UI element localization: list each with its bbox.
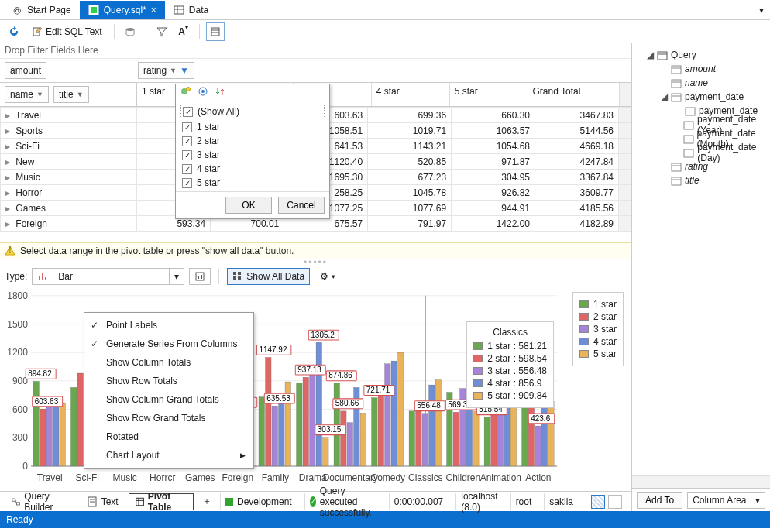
- format-button[interactable]: A▾: [174, 22, 193, 41]
- tab-text[interactable]: Text: [80, 493, 125, 510]
- scrollbar-track[interactable]: [619, 123, 631, 139]
- row-label[interactable]: ▸ Games: [1, 201, 137, 216]
- filter-item[interactable]: ✓4 star: [176, 162, 329, 176]
- column-field-rating[interactable]: rating ▼ ▼: [138, 62, 194, 79]
- filter-field-drop-area[interactable]: Drop Filter Fields Here: [0, 43, 631, 59]
- cell[interactable]: 1054.68: [452, 139, 535, 154]
- col-header[interactable]: 4 star: [371, 83, 449, 106]
- add-tab-button[interactable]: ＋: [197, 493, 217, 510]
- filter-item-show-all[interactable]: ✓(Show All): [180, 105, 325, 118]
- scrollbar-track[interactable]: [619, 201, 631, 216]
- tree-node-title[interactable]: title: [635, 173, 767, 187]
- ok-button[interactable]: OK: [225, 197, 272, 214]
- filter-item[interactable]: ✓5 star: [176, 176, 329, 190]
- scrollbar-track[interactable]: [619, 108, 631, 123]
- menu-point-labels[interactable]: ✓Point Labels: [84, 316, 253, 335]
- cell[interactable]: 3367.84: [535, 170, 619, 185]
- cancel-button[interactable]: Cancel: [278, 197, 325, 214]
- filter-new-icon[interactable]: [180, 86, 191, 99]
- tab-query-sql[interactable]: Query.sql* ×: [80, 1, 165, 19]
- add-to-button[interactable]: Add To: [637, 492, 682, 509]
- menu-chart-layout[interactable]: Chart Layout▶: [84, 446, 253, 465]
- menu-generate-series[interactable]: ✓Generate Series From Columns: [84, 335, 253, 353]
- add-to-area-select[interactable]: Column Area▾: [687, 492, 765, 509]
- filter-item[interactable]: ✓1 star: [176, 120, 329, 134]
- svg-rect-172: [658, 52, 667, 60]
- scrollbar-track[interactable]: [619, 154, 631, 170]
- cell[interactable]: 1045.78: [368, 185, 452, 201]
- filter-sort-icon[interactable]: [215, 86, 225, 99]
- cell[interactable]: 944.91: [452, 201, 535, 216]
- tree-node-amount[interactable]: amount: [635, 62, 767, 76]
- filter-item[interactable]: ✓2 star: [176, 134, 329, 148]
- row-label[interactable]: ▸ Sci-Fi: [1, 139, 137, 154]
- scrollbar-track[interactable]: [619, 216, 631, 232]
- chart-wizard-button[interactable]: [189, 268, 211, 285]
- svg-rect-75: [279, 400, 285, 466]
- menu-show-row-totals[interactable]: Show Row Totals: [84, 372, 253, 390]
- tab-query-builder[interactable]: Query Builder: [5, 493, 77, 510]
- chart-type-select[interactable]: Bar ▾: [32, 268, 184, 285]
- show-all-data-button[interactable]: Show All Data: [227, 268, 310, 285]
- cell[interactable]: 3467.83: [535, 108, 619, 123]
- menu-show-col-grand-totals[interactable]: Show Column Grand Totals: [84, 390, 253, 409]
- cell[interactable]: 677.23: [368, 170, 452, 185]
- cell[interactable]: 4669.18: [535, 139, 619, 154]
- layout-button[interactable]: [206, 22, 225, 41]
- view-mode-a-button[interactable]: [591, 495, 605, 509]
- cell[interactable]: 1422.00: [452, 216, 535, 232]
- cell[interactable]: 926.82: [452, 185, 535, 201]
- filter-item[interactable]: ✓3 star: [176, 148, 329, 162]
- cell[interactable]: 1143.21: [368, 139, 452, 154]
- menu-show-col-totals[interactable]: Show Column Totals: [84, 353, 253, 372]
- col-header-grand-total[interactable]: Grand Total: [528, 83, 619, 106]
- cell[interactable]: 4185.56: [535, 201, 619, 216]
- data-source-button[interactable]: [121, 22, 139, 41]
- tree-node-query[interactable]: ◢Query: [635, 48, 767, 62]
- cell[interactable]: 1077.69: [368, 201, 452, 216]
- tree-node-name[interactable]: name: [635, 76, 767, 90]
- tab-pivot-table[interactable]: Pivot Table: [129, 493, 194, 510]
- cell[interactable]: 660.30: [452, 108, 535, 123]
- edit-sql-text-button[interactable]: Edit SQL Text: [26, 22, 108, 41]
- cell[interactable]: 4182.89: [535, 216, 619, 232]
- cell[interactable]: 1019.71: [368, 123, 452, 139]
- scrollbar-track[interactable]: [619, 139, 631, 154]
- row-label[interactable]: ▸ New: [1, 154, 137, 170]
- cell[interactable]: 5144.56: [535, 123, 619, 139]
- splitter[interactable]: •••••: [0, 259, 631, 266]
- view-mode-b-button[interactable]: [608, 495, 622, 509]
- row-field-title[interactable]: title▼: [53, 86, 89, 103]
- tab-data[interactable]: Data: [165, 1, 217, 19]
- row-label[interactable]: ▸ Sports: [1, 123, 137, 139]
- tree-node-pd-day[interactable]: payment_date (Day): [635, 146, 767, 160]
- tabs-overflow-button[interactable]: ▾: [753, 5, 770, 15]
- cell[interactable]: 4247.84: [535, 154, 619, 170]
- filter-radio-icon[interactable]: [198, 86, 208, 99]
- row-label[interactable]: ▸ Foreign: [1, 216, 137, 232]
- scrollbar-track[interactable]: [619, 185, 631, 201]
- cell[interactable]: 1063.57: [452, 123, 535, 139]
- cell[interactable]: 791.97: [368, 216, 452, 232]
- tab-start-page[interactable]: ◎ Start Page: [3, 1, 80, 19]
- close-icon[interactable]: ×: [151, 5, 156, 15]
- row-label[interactable]: ▸ Travel: [1, 108, 137, 123]
- data-field-amount[interactable]: amount: [5, 62, 46, 79]
- tree-hscrollbar[interactable]: [632, 475, 770, 488]
- row-label[interactable]: ▸ Music: [1, 170, 137, 185]
- filter-button[interactable]: [153, 22, 171, 41]
- row-label[interactable]: ▸ Horror: [1, 185, 137, 201]
- menu-show-row-grand-totals[interactable]: Show Row Grand Totals: [84, 409, 253, 427]
- refresh-button[interactable]: [5, 22, 23, 41]
- tree-node-payment-date[interactable]: ◢payment_date: [635, 90, 767, 104]
- cell[interactable]: 304.95: [452, 170, 535, 185]
- cell[interactable]: 971.87: [452, 154, 535, 170]
- cell[interactable]: 520.85: [368, 154, 452, 170]
- cell[interactable]: 699.36: [368, 108, 452, 123]
- menu-rotated[interactable]: Rotated: [84, 427, 253, 446]
- col-header[interactable]: 5 star: [449, 83, 528, 106]
- chart-options-button[interactable]: ⚙▾: [315, 268, 341, 285]
- scrollbar-track[interactable]: [619, 170, 631, 185]
- cell[interactable]: 3609.77: [535, 185, 619, 201]
- row-field-name[interactable]: name▼: [5, 86, 49, 103]
